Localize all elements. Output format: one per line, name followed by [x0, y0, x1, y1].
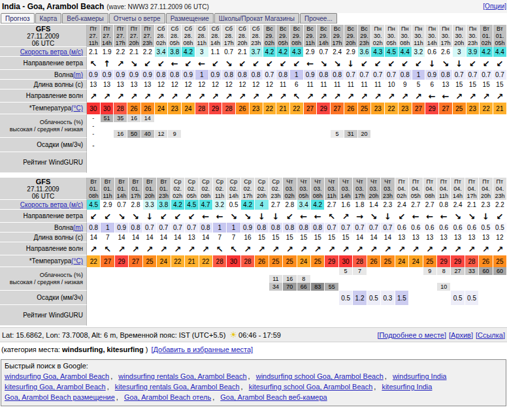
link-link[interactable]: [Ссылка]: [476, 331, 505, 339]
precip-cell: [317, 138, 331, 152]
hour-label: 05h: [168, 39, 181, 47]
row-label-link[interactable]: (m): [73, 224, 83, 231]
row-label-link[interactable]: Скорость ветра (м/с): [20, 201, 83, 208]
tab-item-1[interactable]: Карта: [35, 13, 62, 24]
forecast-row-wave-height: Волна (m)0.810.90.80.70.70.70.70.8110.90…: [0, 223, 507, 233]
day-name: Вс: [263, 25, 276, 32]
wave-direction-arrow: ↗: [493, 242, 507, 255]
wave-period-cell: 14: [143, 233, 157, 242]
day-date: 04.: [423, 185, 436, 192]
day-hour-header-cell: Вс29.05h: [276, 25, 290, 47]
wave-height-cell: 0.8: [269, 223, 283, 233]
temperature-cell: 26: [141, 103, 155, 114]
wind-direction-arrow: ↙: [283, 210, 297, 223]
cloud-sub-row: -51351614: [87, 114, 507, 122]
wind-direction-arrow: ↙: [185, 210, 199, 223]
hour-label: 23h: [157, 192, 170, 200]
wind-direction-arrow: ↘: [227, 210, 240, 223]
day-name: Вс: [317, 25, 330, 32]
wave-period-cell: 13: [479, 233, 493, 242]
forecast-row-windguru-rating: Рейтинг WindGURU: [0, 152, 507, 173]
row-label-link[interactable]: (°C): [71, 105, 83, 112]
cloud-low-cell: [399, 130, 412, 138]
cloud-mid-cell: [114, 122, 127, 130]
day-date: 01.: [493, 32, 506, 39]
google-search-link[interactable]: kitesurfing Goa, Arambol Beach: [5, 383, 106, 391]
day-name: Сб: [155, 25, 168, 32]
day-hour-header-cell: Вт01.11h: [101, 178, 114, 200]
google-search-link[interactable]: windsurfing Goa, Arambol Beach: [5, 372, 109, 380]
temperature-cell: 23: [371, 103, 385, 114]
day-date: 29.: [331, 32, 344, 39]
temperature-cell: 29: [437, 255, 451, 267]
tab-item-6[interactable]: Прочее...: [300, 13, 337, 24]
options-link[interactable]: [Опции]: [483, 3, 506, 10]
archive-link[interactable]: [Архив]: [449, 331, 473, 339]
day-date: 30.: [439, 32, 452, 39]
wind-speed-cell: 0.8: [437, 200, 451, 210]
tab-forecast[interactable]: Прогноз: [1, 13, 35, 24]
row-label-link[interactable]: (m): [73, 71, 83, 78]
cloud-mid-cell: [101, 122, 114, 130]
day-hour-header-cell: Вс29.14h: [317, 25, 331, 47]
precip-cell: [439, 138, 453, 152]
tab-bar: ПрогнозКартаВеб-камерыОтчеты о ветреРазм…: [0, 13, 507, 25]
tab-item-5[interactable]: Школы/Прокат Магазины: [214, 13, 299, 24]
day-name: Вс: [304, 25, 317, 32]
day-name: Ср: [199, 178, 212, 185]
wind-speed-cell: 2.1: [236, 47, 250, 57]
precip-cell: [331, 138, 344, 152]
row-cells-precipitation: 0.51.20.50.31.50.50.5: [87, 291, 507, 305]
tab-item-3[interactable]: Отчеты о ветре: [109, 13, 165, 24]
google-search-link[interactable]: kitesurfing rentals Goa, Arambol Beach: [115, 383, 240, 391]
cloud-high-cell: [395, 267, 409, 275]
hour-label: 11h: [213, 192, 226, 200]
wave-direction-arrow: ↗: [412, 89, 426, 103]
google-search-link[interactable]: kitesurfing school Goa, Arambol Beach: [249, 383, 373, 391]
google-search-link[interactable]: windsurfing rentals Goa, Arambol Beach: [118, 372, 246, 380]
precip-cell: [399, 138, 412, 152]
wind-direction-arrow: ↙: [141, 57, 155, 70]
wind-direction-arrow: ↖: [87, 57, 101, 70]
forecast-header: GFS27.11.200906 UTCВт01.08hВт01.11hВт01.…: [0, 178, 507, 200]
wave-direction-arrow: ←: [439, 89, 453, 103]
wave-height-cell: 0.7: [358, 70, 372, 80]
wind-direction-arrow: ↙: [263, 57, 277, 70]
cloud-mid-cell: [195, 122, 209, 130]
link-separator: ,: [385, 372, 389, 380]
temperature-cell: 28: [195, 103, 209, 114]
spot-details-link[interactable]: [Подробнее о месте]: [377, 331, 446, 339]
wind-speed-cell: 2.4: [395, 200, 409, 210]
google-search-link[interactable]: windsurfing India: [393, 372, 447, 380]
day-hour-header-cell: Пн30.20h: [453, 25, 466, 47]
cloud-mid-cell: [439, 122, 453, 130]
row-label-link[interactable]: (°C): [71, 257, 83, 265]
cloud-mid-cell: [87, 275, 101, 283]
google-search-link[interactable]: Goa, Arambol Beach размещение: [5, 393, 115, 401]
day-name: Вт: [87, 178, 100, 185]
wave-height-cell: 0.9: [115, 223, 129, 233]
row-label-temperature: *Температура (°C): [0, 255, 87, 267]
wave-height-cell: 0.8: [297, 223, 311, 233]
hour-label: 17h: [465, 192, 478, 200]
google-search-link[interactable]: kitesurfing India: [382, 383, 432, 391]
cloud-high-cell: [168, 114, 182, 122]
day-hour-header-cell: Сб28.17h: [222, 25, 236, 47]
hour-label: 05h: [185, 192, 198, 200]
day-hour-header-cell: Сб28.14h: [209, 25, 223, 47]
row-label-link[interactable]: Скорость ветра (м/с): [20, 48, 83, 56]
cloud-low-cell: -: [87, 130, 101, 138]
wind-speed-cell: 2.1: [127, 47, 141, 57]
tab-item-4[interactable]: Размещение: [166, 13, 214, 24]
google-search-link[interactable]: Goa, Arambol Beach веб-камера: [220, 393, 327, 401]
wave-direction-arrow: ↗: [304, 89, 318, 103]
day-name: Пн: [453, 25, 466, 32]
add-to-favorites-link[interactable]: [Добавить в избранные места]: [151, 346, 253, 353]
day-hour-header-cell: Ср02.23h: [269, 178, 283, 200]
google-search-link[interactable]: Goa, Arambol Beach отель: [124, 393, 211, 401]
cloud-high-cell: [344, 114, 358, 122]
tab-item-2[interactable]: Веб-камеры: [62, 13, 108, 24]
day-date: 04.: [479, 185, 492, 192]
cloud-high-cell: [317, 114, 331, 122]
google-search-link[interactable]: windsurfing school Goa, Arambol Beach: [256, 372, 384, 380]
